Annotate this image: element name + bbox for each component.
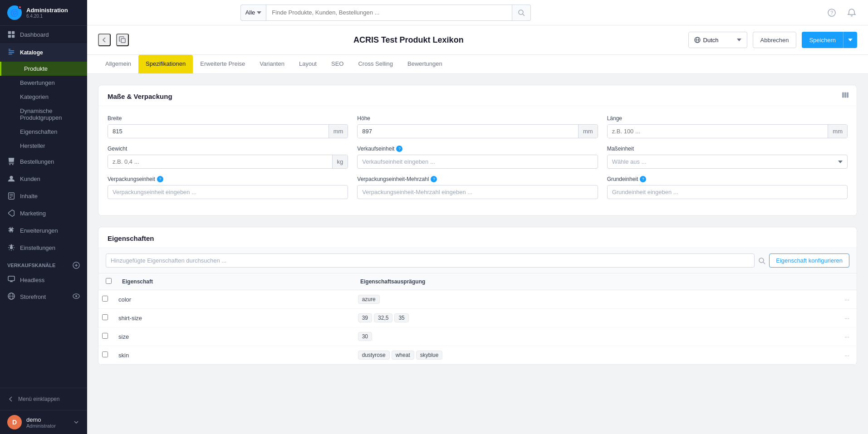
- verkaufseinheit-label: Verkaufseinheit ?: [357, 146, 598, 152]
- shirt-size-tag-35: 35: [394, 313, 408, 322]
- help-circle-icon: ?: [827, 8, 836, 17]
- storefront-icon: [7, 292, 15, 302]
- size-tag-30: 30: [358, 332, 372, 341]
- language-label: Dutch: [703, 37, 719, 44]
- sidebar-item-kunden[interactable]: Kunden: [0, 170, 87, 187]
- storefront-label: Storefront: [20, 293, 46, 300]
- size-checkbox[interactable]: [102, 333, 108, 339]
- sidebar-item-label: Kunden: [20, 176, 40, 182]
- skin-tag-dustyrose: dustyrose: [358, 351, 390, 360]
- color-more-icon[interactable]: ···: [844, 296, 849, 303]
- user-avatar: D: [7, 415, 22, 429]
- tab-allgemein[interactable]: Allgemein: [98, 55, 138, 73]
- kunden-icon: [7, 175, 15, 183]
- verkaufseinheit-input[interactable]: [357, 155, 598, 169]
- svg-point-33: [759, 258, 764, 263]
- size-row-actions[interactable]: ···: [831, 333, 849, 340]
- verpackungseinheit-input[interactable]: [108, 185, 348, 199]
- sales-channels-header: Verkaufskanäle: [0, 256, 87, 272]
- copy-button[interactable]: [116, 34, 129, 46]
- storefront-visible-icon[interactable]: [73, 293, 80, 301]
- props-table-header: Eigenschaft Eigenschaftsausprägung: [98, 273, 857, 290]
- search-input[interactable]: [266, 5, 512, 21]
- language-select[interactable]: Dutch: [688, 32, 747, 48]
- sidebar-item-erweiterungen[interactable]: Erweiterungen: [0, 222, 87, 239]
- sidebar-item-kategorien[interactable]: Kategorien: [0, 90, 87, 104]
- back-button[interactable]: [98, 34, 111, 46]
- verpackungseinheit-mehrzahl-info-icon[interactable]: ?: [431, 176, 437, 182]
- size-more-icon[interactable]: ···: [844, 333, 849, 340]
- masseinheit-group: Maßeinheit Wähle aus ...: [607, 146, 848, 169]
- tab-varianten[interactable]: Varianten: [252, 55, 292, 73]
- sidebar-item-storefront[interactable]: Storefront: [0, 288, 87, 305]
- gewicht-input[interactable]: [108, 155, 332, 168]
- search-button[interactable]: [512, 5, 531, 21]
- hoehe-input[interactable]: [358, 125, 578, 138]
- skin-checkbox[interactable]: [102, 351, 108, 357]
- user-info: demo Administrator: [26, 416, 68, 429]
- shirt-size-more-icon[interactable]: ···: [844, 315, 849, 322]
- sidebar-item-headless[interactable]: Headless: [0, 272, 87, 288]
- search-icon: [518, 9, 525, 16]
- svg-line-23: [523, 14, 525, 16]
- color-row-actions[interactable]: ···: [831, 296, 849, 303]
- add-sales-channel-icon[interactable]: [73, 262, 80, 269]
- tab-bewertungen[interactable]: Bewertungen: [400, 55, 450, 73]
- grundeinheit-info-icon[interactable]: ?: [640, 176, 646, 182]
- verkaufseinheit-info-icon[interactable]: ?: [396, 146, 402, 152]
- app-name: Administration: [26, 7, 68, 14]
- sidebar-item-bewertungen[interactable]: Bewertungen: [0, 76, 87, 90]
- sidebar-item-label: Inhalte: [20, 193, 38, 200]
- sidebar-item-marketing[interactable]: Marketing: [0, 205, 87, 222]
- svg-rect-30: [842, 93, 844, 98]
- main-content: Alle ?: [87, 0, 868, 434]
- columns-icon[interactable]: [841, 91, 849, 99]
- save-chevron-icon: [848, 39, 853, 41]
- sidebar-item-eigenschaften[interactable]: Eigenschaften: [0, 125, 87, 139]
- sidebar-item-kataloge[interactable]: Kataloge: [0, 43, 87, 62]
- content-area: Maße & Verpackung: [87, 74, 868, 434]
- collapse-sidebar-button[interactable]: Menü einklappen: [7, 393, 80, 405]
- sidebar-item-hersteller[interactable]: Hersteller: [0, 139, 87, 153]
- sidebar-item-einstellungen[interactable]: Einstellungen: [0, 239, 87, 256]
- breite-input[interactable]: [108, 125, 329, 138]
- gewicht-label: Gewicht: [108, 146, 348, 152]
- masseinheit-select[interactable]: Wähle aus ...: [607, 155, 848, 169]
- verpackungseinheit-info-icon[interactable]: ?: [157, 176, 163, 182]
- bestellungen-icon: [7, 157, 15, 166]
- masse-verpackung-title: Maße & Verpackung: [108, 93, 172, 100]
- cancel-button[interactable]: Abbrechen: [753, 32, 797, 48]
- search-category-select[interactable]: Alle: [240, 5, 266, 21]
- shirt-size-row-actions[interactable]: ···: [831, 315, 849, 322]
- svg-line-34: [763, 262, 765, 264]
- help-icon-button[interactable]: ?: [824, 5, 839, 20]
- masse-verpackung-header: Maße & Verpackung: [98, 85, 857, 106]
- skin-more-icon[interactable]: ···: [844, 352, 849, 359]
- hoehe-input-group: mm: [357, 124, 598, 138]
- grundeinheit-input[interactable]: [607, 185, 848, 199]
- tab-erweiterte-preise[interactable]: Erweiterte Preise: [193, 55, 252, 73]
- color-checkbox[interactable]: [102, 296, 108, 302]
- skin-row-actions[interactable]: ···: [831, 352, 849, 359]
- sidebar-item-dashboard[interactable]: Dashboard: [0, 26, 87, 43]
- save-dropdown-button[interactable]: [843, 32, 857, 48]
- shirt-size-checkbox[interactable]: [102, 314, 108, 320]
- save-button[interactable]: Speichern: [802, 32, 843, 48]
- eigenschaften-search-input[interactable]: [106, 254, 755, 268]
- notifications-icon-button[interactable]: [844, 5, 859, 20]
- sidebar-item-inhalte[interactable]: Inhalte: [0, 187, 87, 205]
- sidebar-item-produkte[interactable]: Produkte: [0, 62, 87, 76]
- user-section: D demo Administrator: [0, 410, 87, 434]
- sidebar-item-dynamische-produktgruppen[interactable]: Dynamische Produktgruppen: [0, 104, 87, 125]
- configure-property-button[interactable]: Eigenschaft konfigurieren: [769, 254, 849, 268]
- laenge-input[interactable]: [608, 125, 828, 138]
- tab-cross-selling[interactable]: Cross Selling: [351, 55, 400, 73]
- tabs-bar: Allgemein Spezifikationen Erweiterte Pre…: [87, 55, 868, 74]
- select-all-checkbox[interactable]: [106, 278, 112, 284]
- user-chevron-icon[interactable]: [73, 419, 80, 426]
- tab-layout[interactable]: Layout: [292, 55, 324, 73]
- verpackungseinheit-mehrzahl-input[interactable]: [357, 185, 598, 199]
- sidebar-item-bestellungen[interactable]: Bestellungen: [0, 153, 87, 170]
- tab-seo[interactable]: SEO: [324, 55, 351, 73]
- tab-spezifikationen[interactable]: Spezifikationen: [138, 55, 193, 73]
